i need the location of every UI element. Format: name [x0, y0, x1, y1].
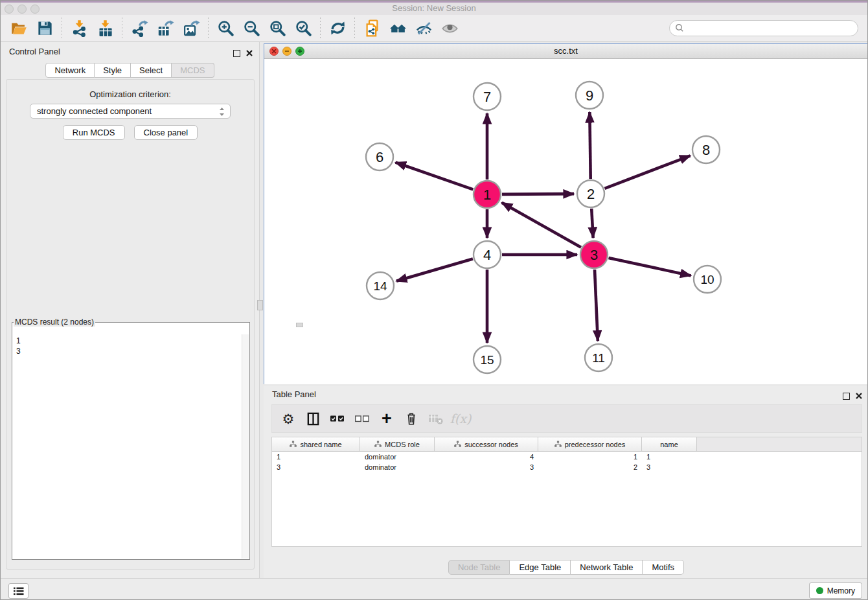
column-header-predecessor-nodes[interactable]: predecessor nodes [538, 437, 642, 451]
sort-hierarchy-icon [454, 441, 461, 448]
refresh-network-icon[interactable] [325, 17, 350, 40]
close-panel-button[interactable]: Close panel [134, 125, 198, 140]
select-all-icon[interactable] [328, 408, 347, 429]
column-header-name[interactable]: name [642, 437, 697, 451]
tab-mcds[interactable]: MCDS [172, 63, 214, 78]
memory-button[interactable]: Memory [809, 583, 862, 599]
search-icon [675, 23, 684, 35]
float-panel-icon[interactable] [233, 50, 240, 57]
table-cell: dominator [360, 453, 435, 461]
graph-node-label-11: 11 [592, 351, 605, 365]
app-titlebar: Session: New Session [1, 1, 867, 16]
graph-node-label-15: 15 [480, 353, 494, 367]
table-row[interactable]: 1dominator411 [272, 452, 862, 462]
main-toolbar-icons [6, 17, 463, 40]
open-session-icon[interactable] [6, 17, 32, 40]
close-panel-icon[interactable] [246, 47, 253, 59]
zoom-out-icon[interactable] [238, 17, 264, 40]
zoom-selected-icon[interactable] [290, 17, 316, 40]
titlebar-accent [1, 1, 867, 3]
delete-table-icon [426, 408, 446, 429]
task-history-button[interactable] [8, 583, 29, 599]
tab-edge-table[interactable]: Edge Table [510, 560, 571, 575]
table-cell: 1 [642, 453, 697, 461]
column-header-MCDS-role[interactable]: MCDS role [360, 437, 435, 451]
node-table-body: 1dominator4113dominator323 [272, 452, 862, 472]
column-header-shared-name[interactable]: shared name [272, 437, 360, 451]
network-window-titlebar[interactable]: scc.txt [264, 44, 867, 59]
hide-selected-icon[interactable] [411, 17, 437, 40]
delete-column-icon[interactable] [402, 408, 421, 429]
graph-edge-2-3[interactable] [591, 209, 593, 238]
table-cell: dominator [360, 463, 435, 471]
tab-network[interactable]: Network [45, 63, 95, 78]
function-builder-icon: f(x) [451, 408, 470, 429]
column-header-successor-nodes[interactable]: successor nodes [435, 437, 538, 451]
status-bar: Memory [1, 578, 867, 600]
graph-node-label-6: 6 [376, 149, 383, 165]
export-network-icon[interactable] [126, 17, 152, 40]
export-image-icon[interactable] [178, 17, 204, 40]
add-column-icon[interactable]: + [377, 408, 396, 429]
app-title: Session: New Session [1, 3, 867, 13]
result-scrollbar[interactable] [242, 334, 249, 559]
network-window: scc.txt 7968124314101511 [264, 43, 868, 384]
graph-edge-1-6[interactable] [396, 163, 474, 190]
table-row[interactable]: 3dominator323 [272, 462, 862, 472]
node-table: shared nameMCDS rolesuccessor nodesprede… [271, 437, 862, 547]
clone-network-icon[interactable] [359, 17, 385, 40]
houses-icon[interactable] [385, 17, 411, 40]
import-table-icon[interactable] [92, 17, 118, 40]
zoom-fit-icon[interactable] [264, 17, 290, 40]
table-cell: 1 [272, 453, 360, 461]
graph-edge-3-10[interactable] [608, 258, 691, 276]
settings-gear-icon[interactable]: ⚙ [279, 408, 298, 429]
select-stepper-icon [218, 106, 225, 119]
table-cell: 1 [538, 453, 642, 461]
graph-edge-3-1[interactable] [502, 203, 581, 248]
graph-edge-2-8[interactable] [604, 156, 690, 189]
network-canvas[interactable]: 7968124314101511 [264, 59, 867, 384]
zoom-in-icon[interactable] [212, 17, 238, 40]
memory-status-icon [816, 587, 823, 594]
control-panel-title: Control Panel [9, 47, 60, 56]
save-session-icon[interactable] [32, 17, 58, 40]
graph-edge-1-2[interactable] [502, 194, 574, 194]
column-layout-icon[interactable] [303, 408, 323, 429]
run-mcds-button[interactable]: Run MCDS [63, 125, 125, 140]
close-table-panel-icon[interactable] [856, 390, 862, 402]
import-network-icon[interactable] [66, 17, 92, 40]
graph-edge-3-11[interactable] [595, 270, 598, 341]
graph-node-label-2: 2 [587, 186, 595, 202]
graph-edge-2-9[interactable] [589, 112, 590, 179]
float-table-panel-icon[interactable] [843, 393, 850, 400]
graph-node-label-7: 7 [483, 89, 491, 105]
graph-edge-4-14[interactable] [396, 259, 473, 281]
mcds-result-title: MCDS result (2 nodes) [14, 317, 95, 327]
sort-hierarchy-icon [374, 441, 382, 448]
tab-style[interactable]: Style [95, 63, 131, 78]
tab-network-table[interactable]: Network Table [571, 560, 643, 575]
deselect-all-icon[interactable] [352, 408, 372, 429]
sort-hierarchy-icon [290, 441, 297, 448]
sort-hierarchy-icon [554, 441, 562, 448]
window-resize-grip[interactable] [296, 323, 303, 327]
control-panel: Control Panel NetworkStyleSelectMCDS Opt… [1, 42, 260, 578]
export-table-icon[interactable] [152, 17, 178, 40]
application-window: Session: New Session Control Panel Netwo… [0, 0, 868, 600]
tab-motifs[interactable]: Motifs [643, 560, 684, 575]
table-cell: 3 [272, 463, 360, 471]
list-icon [14, 587, 24, 595]
optimization-criterion-select[interactable]: strongly connected component [30, 104, 231, 119]
tab-node-table[interactable]: Node Table [448, 560, 510, 575]
tab-select[interactable]: Select [131, 63, 172, 78]
graph-node-label-1: 1 [483, 187, 491, 203]
table-cell: 4 [435, 453, 538, 461]
show-hidden-icon[interactable] [437, 17, 463, 40]
search-input[interactable] [669, 20, 858, 36]
graph-node-label-14: 14 [373, 279, 387, 293]
mcds-panel: Optimization criterion: strongly connect… [6, 79, 255, 570]
mcds-result-values: 13 [12, 334, 242, 559]
panel-divider-grip[interactable] [257, 300, 263, 310]
node-table-header: shared nameMCDS rolesuccessor nodesprede… [272, 437, 862, 452]
